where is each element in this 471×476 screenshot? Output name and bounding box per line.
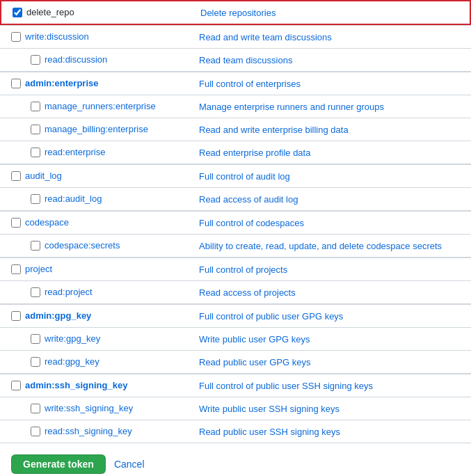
perm-description-manage_billing_enterprise: Read and write enterprise billing data [199,124,460,135]
permission-row-read_discussion: read:discussionRead team discussions [0,49,471,72]
perm-left-col: write:ssh_signing_key [11,403,199,413]
perm-checkbox-wrap-admin_enterprise[interactable] [11,79,21,88]
perm-checkbox-read_project[interactable] [31,287,40,297]
permission-row-read_gpg_key: read:gpg_keyRead public user GPG keys [0,351,471,374]
perm-name-write_gpg_key: write:gpg_key [45,333,100,344]
permission-row-admin_enterprise: admin:enterpriseFull control of enterpri… [0,72,471,95]
perm-description-write_discussion: Read and write team discussions [199,31,460,42]
perm-left-col: admin:enterprise [11,78,199,88]
permission-row-delete_repo: delete_repoDelete repositories [0,0,471,25]
perm-left-col: read:ssh_signing_key [11,426,199,436]
perm-checkbox-wrap-write_gpg_key[interactable] [31,334,40,344]
perm-description-read_ssh_signing_key: Read public user SSH signing keys [199,426,460,437]
perm-name-read_audit_log: read:audit_log [45,193,102,204]
perm-left-col: read:audit_log [11,193,199,204]
perm-checkbox-wrap-project[interactable] [11,264,21,274]
permission-row-write_ssh_signing_key: write:ssh_signing_keyWrite public user S… [0,397,471,420]
permission-row-codespace_secrets: codespace:secretsAbility to create, read… [0,235,471,257]
perm-checkbox-wrap-write_discussion[interactable] [11,32,21,42]
perm-checkbox-wrap-manage_runners_enterprise[interactable] [31,102,40,111]
perm-checkbox-wrap-delete_repo[interactable] [13,8,22,17]
perm-checkbox-codespace[interactable] [11,218,21,228]
perm-left-col: admin:gpg_key [11,310,199,321]
perm-checkbox-wrap-read_audit_log[interactable] [31,194,40,204]
perm-left-col: read:enterprise [11,147,199,157]
perm-name-codespace_secrets: codespace:secrets [45,240,120,251]
footer-actions: Generate token Cancel [0,443,471,476]
perm-description-admin_gpg_key: Full control of public user GPG keys [199,310,460,322]
perm-checkbox-read_enterprise[interactable] [31,148,40,157]
permission-row-read_enterprise: read:enterpriseRead enterprise profile d… [0,141,471,164]
cancel-link[interactable]: Cancel [114,459,145,470]
permission-row-audit_log: audit_logFull control of audit log [0,164,471,188]
perm-description-write_ssh_signing_key: Write public user SSH signing keys [199,403,460,414]
generate-token-button[interactable]: Generate token [11,454,106,474]
perm-checkbox-read_ssh_signing_key[interactable] [31,427,40,436]
permission-row-project: projectFull control of projects [0,257,471,281]
perm-checkbox-read_audit_log[interactable] [31,194,40,204]
perm-checkbox-wrap-codespace_secrets[interactable] [31,241,40,251]
perm-left-col: admin:ssh_signing_key [11,380,199,390]
permission-row-read_project: read:projectRead access of projects [0,281,471,304]
perm-checkbox-admin_ssh_signing_key[interactable] [11,381,21,390]
perm-checkbox-write_ssh_signing_key[interactable] [31,404,40,413]
permission-row-write_discussion: write:discussionRead and write team disc… [0,25,471,49]
perm-description-write_gpg_key: Write public user GPG keys [199,333,460,344]
perm-checkbox-wrap-audit_log[interactable] [11,171,21,181]
perm-description-read_project: Read access of projects [199,287,460,298]
perm-description-read_discussion: Read team discussions [199,54,460,65]
perm-left-col: manage_runners:enterprise [11,101,199,111]
perm-left-col: manage_billing:enterprise [11,124,199,134]
perm-checkbox-wrap-manage_billing_enterprise[interactable] [31,125,40,134]
perm-name-admin_gpg_key: admin:gpg_key [25,310,91,321]
perm-left-col: codespace [11,217,199,228]
perm-checkbox-write_discussion[interactable] [11,32,21,42]
perm-checkbox-wrap-read_discussion[interactable] [31,55,40,65]
perm-description-read_enterprise: Read enterprise profile data [199,147,460,158]
perm-name-read_project: read:project [45,287,93,297]
permission-row-read_ssh_signing_key: read:ssh_signing_keyRead public user SSH… [0,420,471,443]
perm-checkbox-delete_repo[interactable] [13,8,22,17]
perm-checkbox-wrap-admin_gpg_key[interactable] [11,311,21,321]
perm-left-col: project [11,264,199,274]
perm-name-manage_billing_enterprise: manage_billing:enterprise [45,124,148,134]
perm-checkbox-wrap-read_ssh_signing_key[interactable] [31,427,40,436]
perm-checkbox-admin_enterprise[interactable] [11,79,21,88]
perm-checkbox-project[interactable] [11,264,21,274]
perm-name-delete_repo: delete_repo [26,7,74,17]
perm-left-col: write:discussion [11,31,199,42]
permission-row-admin_gpg_key: admin:gpg_keyFull control of public user… [0,304,471,328]
perm-checkbox-write_gpg_key[interactable] [31,334,40,344]
perm-checkbox-codespace_secrets[interactable] [31,241,40,251]
perm-name-read_gpg_key: read:gpg_key [45,356,99,367]
perm-left-col: delete_repo [13,7,200,17]
perm-left-col: read:discussion [11,54,199,65]
perm-name-admin_ssh_signing_key: admin:ssh_signing_key [25,380,127,390]
perm-description-read_audit_log: Read access of audit log [199,193,460,205]
perm-description-manage_runners_enterprise: Manage enterprise runners and runner gro… [199,101,460,112]
permission-row-manage_billing_enterprise: manage_billing:enterpriseRead and write … [0,118,471,141]
permission-row-admin_ssh_signing_key: admin:ssh_signing_keyFull control of pub… [0,374,471,397]
perm-name-read_enterprise: read:enterprise [45,147,105,157]
perm-checkbox-manage_runners_enterprise[interactable] [31,102,40,111]
perm-name-manage_runners_enterprise: manage_runners:enterprise [45,101,156,111]
permission-row-manage_runners_enterprise: manage_runners:enterpriseManage enterpri… [0,95,471,118]
perm-checkbox-manage_billing_enterprise[interactable] [31,125,40,134]
perm-checkbox-wrap-admin_ssh_signing_key[interactable] [11,381,21,390]
perm-left-col: read:gpg_key [11,356,199,367]
perm-description-delete_repo: Delete repositories [200,7,458,18]
perm-left-col: write:gpg_key [11,333,199,344]
perm-checkbox-read_discussion[interactable] [31,55,40,65]
perm-checkbox-wrap-read_enterprise[interactable] [31,148,40,157]
perm-checkbox-wrap-codespace[interactable] [11,218,21,228]
perm-checkbox-wrap-write_ssh_signing_key[interactable] [31,404,40,413]
perm-checkbox-admin_gpg_key[interactable] [11,311,21,321]
perm-name-admin_enterprise: admin:enterprise [25,78,98,88]
permission-row-read_audit_log: read:audit_logRead access of audit log [0,188,471,211]
permission-row-write_gpg_key: write:gpg_keyWrite public user GPG keys [0,328,471,351]
perm-checkbox-read_gpg_key[interactable] [31,357,40,367]
perm-description-admin_ssh_signing_key: Full control of public user SSH signing … [199,380,460,391]
perm-checkbox-wrap-read_gpg_key[interactable] [31,357,40,367]
perm-checkbox-audit_log[interactable] [11,171,21,181]
perm-checkbox-wrap-read_project[interactable] [31,287,40,297]
